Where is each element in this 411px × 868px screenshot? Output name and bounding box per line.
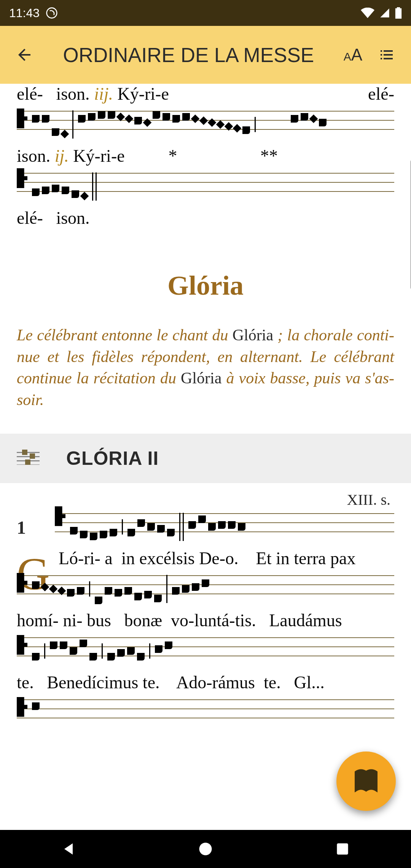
staff xyxy=(17,168,394,205)
back-arrow-icon[interactable] xyxy=(15,46,33,64)
gloria-chant-header[interactable]: GLÓRIA II xyxy=(0,434,411,483)
gloria-lyric-2: homí- ni- bus bonæ vo-luntá-tis. Laudámu… xyxy=(17,610,394,630)
svg-rect-1 xyxy=(395,8,401,19)
clef-icon xyxy=(17,635,27,655)
svg-point-9 xyxy=(199,843,212,855)
staff xyxy=(55,509,394,545)
svg-rect-2 xyxy=(397,7,400,9)
kyrie-lyric-3: elé- ison. xyxy=(17,208,394,228)
kyrie-line-1: elé- ison. iij. Ký-ri-eelé- xyxy=(17,84,394,143)
nav-home-icon[interactable] xyxy=(197,841,214,857)
clef-icon xyxy=(17,573,27,593)
wifi-icon xyxy=(361,8,374,18)
clef-icon xyxy=(55,506,65,526)
clef-icon xyxy=(17,108,27,128)
battery-icon xyxy=(395,7,402,19)
century-label: XIII. s. xyxy=(17,491,394,509)
chant-score-icon xyxy=(17,449,40,468)
reader-fab[interactable] xyxy=(336,752,396,811)
svg-point-0 xyxy=(47,8,57,18)
signal-icon xyxy=(379,8,390,18)
content-scroll[interactable]: elé- ison. iij. Ký-ri-eelé- xyxy=(0,84,411,830)
gloria-lyric-1: Ló-ri- a in excélsis De-o. Et in terra p… xyxy=(59,548,394,568)
toc-icon[interactable] xyxy=(378,46,396,64)
clef-icon xyxy=(17,697,27,717)
nav-recent-icon[interactable] xyxy=(334,841,351,857)
status-right xyxy=(361,7,402,19)
app-running-icon xyxy=(46,7,58,19)
android-nav-bar xyxy=(0,830,411,868)
page-title: ORDINAIRE DE LA MESSE xyxy=(49,43,328,67)
app-bar: ORDINAIRE DE LA MESSE AA xyxy=(0,26,411,84)
svg-rect-10 xyxy=(337,843,348,854)
staff xyxy=(17,571,394,607)
text-size-button[interactable]: AA xyxy=(344,45,362,64)
gloria-body: 1 G Ló-ri- a in excélsis De-o. Et in ter… xyxy=(17,509,394,714)
status-left: 11:43 xyxy=(9,6,58,20)
mode-number: 1 xyxy=(17,509,26,547)
gloria-rubric: Le célébrant entonne le chant du Glória … xyxy=(17,324,394,411)
book-icon xyxy=(352,767,380,795)
clef-icon xyxy=(17,168,27,188)
staff xyxy=(17,695,394,714)
kyrie-line-2: ison. ij. Ký-ri-e * ** xyxy=(17,146,394,205)
status-bar: 11:43 xyxy=(0,0,411,26)
staff xyxy=(17,106,394,143)
clock: 11:43 xyxy=(9,6,40,20)
gloria-chant-title: GLÓRIA II xyxy=(66,447,159,469)
gloria-lyric-3: te. Benedícimus te. Ado-rámus te. Gl... xyxy=(17,672,394,692)
gloria-section-title: Glória xyxy=(17,270,394,302)
staff xyxy=(17,633,394,669)
kyrie-lyric-1: elé- ison. iij. Ký-ri-eelé- xyxy=(17,84,394,104)
nav-back-icon[interactable] xyxy=(60,841,77,857)
kyrie-lyric-2: ison. ij. Ký-ri-e * ** xyxy=(17,146,394,166)
